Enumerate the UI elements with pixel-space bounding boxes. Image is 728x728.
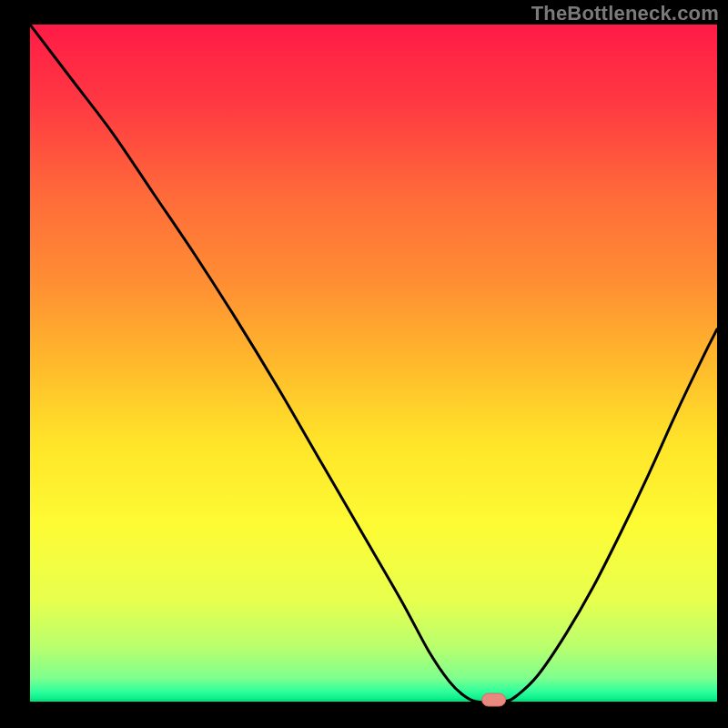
optimal-marker (482, 693, 506, 706)
chart-svg (0, 0, 728, 728)
watermark-text: TheBottleneck.com (531, 2, 719, 25)
chart-frame: { "watermark": "TheBottleneck.com", "col… (0, 0, 728, 728)
plot-background (30, 25, 717, 702)
